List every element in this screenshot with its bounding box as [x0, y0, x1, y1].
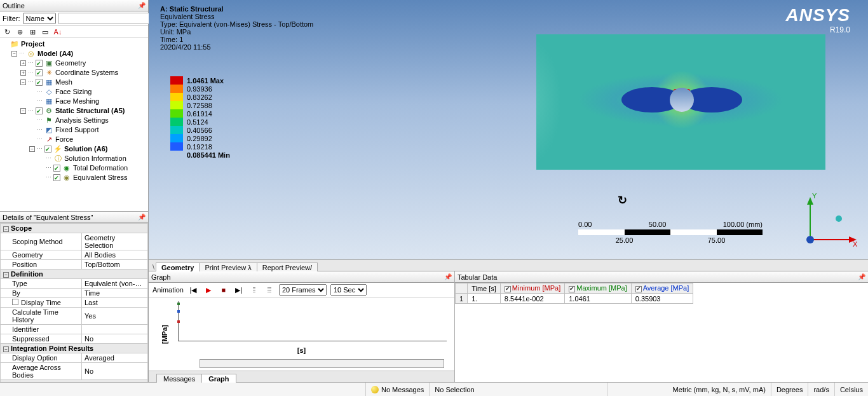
svg-point-7 [836, 215, 842, 222]
anim-mode2-button[interactable]: ⦙⦙⦙ [264, 285, 275, 295]
graph-canvas[interactable]: [MPa] [s] [149, 297, 454, 371]
tree-model[interactable]: −⋯◎Model (A4) [11, 49, 146, 58]
tree-analysis-settings[interactable]: ⋯⚑Analysis Settings [29, 116, 146, 125]
checkbox-icon[interactable] [505, 286, 511, 292]
solution-icon: ⚡ [53, 145, 62, 154]
tabular-title: Tabular Data [458, 273, 497, 281]
check-icon[interactable] [53, 165, 60, 172]
collapse-icon[interactable]: ▭ [41, 27, 50, 36]
check-icon[interactable] [36, 69, 43, 76]
checkbox-icon[interactable] [569, 286, 575, 292]
legend-row: 0.085441 Min [170, 151, 230, 159]
tabular-col-avg[interactable]: Average [MPa] [631, 283, 693, 294]
graph-time-slider[interactable] [200, 359, 444, 368]
tab-graph[interactable]: Graph [201, 374, 236, 383]
tabular-grid[interactable]: Time [s] Minimum [MPa] Maximum [MPa] Ave… [455, 283, 868, 382]
tree-solution-info[interactable]: ⋯ⓘSolution Information [38, 154, 146, 163]
details-row[interactable]: ByTime [1, 289, 148, 298]
details-row[interactable]: Identifier [1, 325, 148, 334]
scale-bar: 0.0050.00100.00 (mm) 25.0075.00 [578, 221, 763, 244]
tree-env[interactable]: −⋯⚙Static Structural (A5) [20, 106, 146, 116]
twisty-icon[interactable]: − [29, 146, 35, 152]
tree-mesh[interactable]: −⋯▦Mesh [20, 78, 146, 87]
details-row[interactable]: Average Across BodiesNo [1, 363, 148, 380]
pin-icon[interactable]: 📌 [138, 214, 146, 221]
details-row[interactable]: Scoping MethodGeometry Selection [1, 233, 148, 250]
svg-point-6 [806, 236, 814, 243]
graph-tabs: Messages Graph [149, 371, 454, 382]
tree-geometry[interactable]: +⋯▣Geometry [20, 58, 146, 68]
anim-prev-button[interactable]: |◀ [187, 285, 199, 295]
viewport-3d[interactable]: A: Static Structural Equivalent Stress T… [149, 0, 868, 259]
expandall-icon[interactable]: ⊞ [28, 27, 37, 36]
svg-text:X: X [853, 240, 858, 248]
tab-report-preview[interactable]: Report Preview/ [257, 263, 318, 271]
details-row[interactable]: Display TimeLast [1, 298, 148, 308]
table-row[interactable]: 1 1. 8.5441e-002 1.0461 0.35903 [456, 294, 693, 304]
solution-info-icon: ⓘ [53, 154, 62, 163]
twisty-icon[interactable]: − [11, 51, 17, 57]
twisty-icon[interactable]: − [20, 79, 26, 85]
details-row[interactable]: PositionTop/Bottom [1, 260, 148, 270]
anim-duration-select[interactable]: 10 Sec [330, 284, 367, 296]
anim-play-button[interactable]: ▶ [203, 285, 214, 295]
pin-icon[interactable]: 📌 [444, 273, 452, 280]
check-icon[interactable] [36, 60, 43, 67]
twisty-icon[interactable]: − [20, 108, 26, 114]
color-legend: 1.0461 Max0.939360.832620.725880.619140.… [170, 76, 230, 159]
details-row[interactable]: SuppressedNo [1, 334, 148, 344]
check-icon[interactable] [53, 174, 60, 181]
anim-frames-select[interactable]: 20 Frames [279, 284, 327, 296]
filter-type-select[interactable]: Name [23, 13, 56, 24]
outline-tree[interactable]: 📁Project −⋯◎Model (A4) +⋯▣Geometry +⋯✳Co… [0, 38, 148, 211]
tabular-col-min[interactable]: Minimum [MPa] [500, 283, 564, 294]
tabular-corner [456, 283, 468, 294]
details-row[interactable]: Display OptionAveraged [1, 353, 148, 363]
check-icon[interactable] [36, 79, 43, 86]
outline-header: Outline 📌 [0, 0, 148, 11]
tree-solution[interactable]: −⋯⚡Solution (A6) [29, 144, 146, 154]
details-row[interactable]: GeometryAll Bodies [1, 250, 148, 260]
tab-messages[interactable]: Messages [156, 374, 202, 383]
model-icon: ◎ [27, 50, 36, 58]
refresh-icon[interactable]: ↻ [3, 27, 11, 36]
tree-face-sizing[interactable]: ⋯◇Face Sizing [29, 87, 146, 97]
status-rads: rad/s [808, 383, 834, 396]
twisty-icon[interactable]: + [20, 60, 26, 66]
tree-total-def[interactable]: ⋯◉Total Deformation [38, 163, 146, 173]
tab-print-preview[interactable]: Print Preview λ [199, 263, 257, 271]
check-icon[interactable] [44, 146, 51, 153]
orientation-triad[interactable]: Y X [801, 192, 858, 249]
check-icon[interactable] [36, 107, 43, 114]
anim-mode1-button[interactable]: ⦙⦙ [248, 285, 260, 295]
tree-force[interactable]: ⋯↗Force [29, 135, 146, 144]
tree-equiv-stress[interactable]: ⋯◉Equivalent Stress [38, 173, 146, 182]
tabular-col-max[interactable]: Maximum [MPa] [565, 283, 631, 294]
filter-label: Filter: [3, 15, 20, 22]
status-bar: No Messages No Selection Metric (mm, kg,… [0, 382, 868, 396]
anim-stop-button[interactable]: ■ [218, 285, 229, 295]
pin-icon[interactable]: 📌 [138, 2, 146, 9]
tree-coord[interactable]: +⋯✳Coordinate Systems [20, 68, 146, 78]
details-cat-definition[interactable]: −Definition [1, 270, 148, 279]
details-row[interactable]: Calculate Time HistoryYes [1, 308, 148, 325]
pin-icon[interactable]: 📌 [858, 273, 865, 280]
tabular-col-time[interactable]: Time [s] [468, 283, 501, 294]
tree-project[interactable]: 📁Project [3, 39, 146, 49]
tab-geometry[interactable]: Geometry [156, 263, 200, 271]
expand-icon[interactable]: ⊕ [15, 27, 24, 36]
details-cat-scope[interactable]: −Scope [1, 224, 148, 233]
tree-face-meshing[interactable]: ⋯▦Face Meshing [29, 97, 146, 106]
checkbox-icon[interactable] [635, 286, 642, 292]
sort-icon[interactable]: A↓ [53, 27, 62, 36]
legend-row: 1.0461 Max [170, 76, 230, 85]
details-cat-ipr[interactable]: −Integration Point Results [1, 344, 148, 353]
svg-text:Y: Y [812, 192, 817, 200]
filter-input[interactable] [58, 13, 150, 24]
tree-fixed-support[interactable]: ⋯◩Fixed Support [29, 125, 146, 135]
twisty-icon[interactable]: + [20, 70, 26, 76]
details-row[interactable]: TypeEquivalent (von-… [1, 279, 148, 289]
anim-next-button[interactable]: ▶| [233, 285, 245, 295]
details-table[interactable]: −Scope Scoping MethodGeometry Selection … [0, 223, 148, 390]
status-messages[interactable]: No Messages [366, 383, 430, 396]
